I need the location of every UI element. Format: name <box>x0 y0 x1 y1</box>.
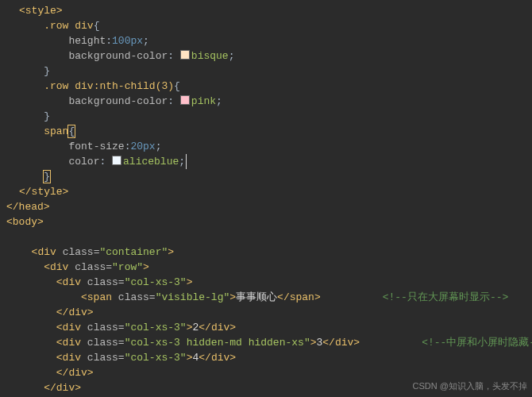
code-line: } <box>19 64 532 79</box>
prop-token: font-size <box>68 141 124 152</box>
matched-brace: { <box>68 125 75 137</box>
code-line: </head> <box>6 199 532 214</box>
code-line <box>19 229 532 245</box>
code-line: <div class="row"> <box>19 260 532 275</box>
value-token: bisque <box>191 50 229 62</box>
value-token: aliceblue <box>123 156 179 168</box>
color-swatch-icon <box>112 156 121 165</box>
code-line: <div class="col-xs-3"> <box>19 275 532 290</box>
code-line: <div class="col-xs-3 hidden-md hidden-xs… <box>19 335 532 350</box>
watermark-text: CSDN @知识入脑，头发不掉 <box>413 379 527 394</box>
selector-token: .row div:nth-child(3) <box>44 80 174 92</box>
code-line: <span class="visible-lg">事事顺心</span> <!-… <box>19 290 532 305</box>
code-line: } <box>19 109 532 124</box>
code-line: .row div:nth-child(3){ <box>19 79 532 94</box>
code-line: <body> <box>6 214 532 229</box>
prop-token: color <box>68 156 99 168</box>
prop-token: height <box>68 35 106 47</box>
code-line: </style> <box>19 184 532 199</box>
code-line: span{ <box>19 124 532 139</box>
code-line: <div class="container"> <box>19 245 532 260</box>
code-editor[interactable]: <style> .row div{ height:100px; backgrou… <box>0 0 532 397</box>
code-line: color: aliceblue; <box>19 154 532 169</box>
comment-token: <!--只在大屏幕时显示--> <box>383 291 509 303</box>
value-token: pink <box>191 95 216 107</box>
color-swatch-icon <box>180 50 190 60</box>
color-swatch-icon <box>180 95 190 105</box>
code-line: <div class="col-xs-3">2</div> <box>19 320 532 335</box>
tag-token: <body> <box>6 216 44 228</box>
text-cursor <box>186 154 193 169</box>
code-line: height:100px; <box>19 33 532 48</box>
code-line: } <box>19 169 532 184</box>
code-line: <div class="col-xs-3">4</div> <box>19 350 532 365</box>
value-token: 100px <box>112 35 143 47</box>
tag-token: </head> <box>6 201 50 213</box>
code-line: background-color: pink; <box>19 94 532 109</box>
code-line: <style> <box>19 3 532 18</box>
comment-token: <!--中屏和小屏时隐藏--> <box>422 337 532 349</box>
tag-token: </style> <box>19 186 68 198</box>
matched-brace: } <box>44 171 50 183</box>
tag-token: <style> <box>19 5 63 17</box>
prop-token: background-color <box>68 95 168 107</box>
code-line: </div> <box>19 305 532 320</box>
code-line: font-size:20px; <box>19 139 532 154</box>
selector-token: .row div <box>44 20 93 32</box>
code-line: .row div{ <box>19 18 532 33</box>
code-line: background-color: bisque; <box>19 48 532 64</box>
prop-token: background-color <box>68 50 168 62</box>
text-content: 事事顺心 <box>236 291 277 303</box>
value-token: 20px <box>130 141 155 152</box>
selector-token: span <box>44 125 68 137</box>
